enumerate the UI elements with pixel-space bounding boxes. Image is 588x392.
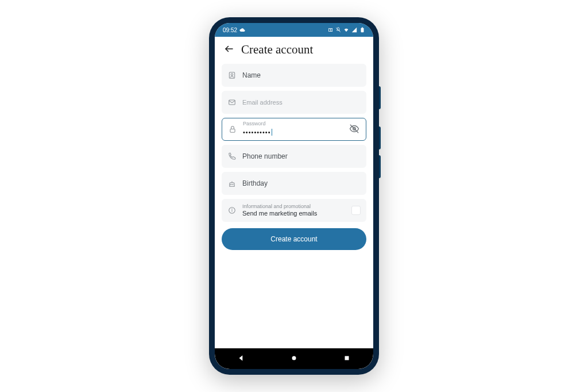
svg-point-5 [231, 74, 233, 76]
status-time: 09:52 [223, 27, 237, 33]
svg-rect-2 [362, 27, 363, 28]
back-button[interactable] [223, 44, 235, 56]
signal-icon [351, 27, 357, 33]
marketing-small: Informational and promotional [242, 203, 317, 210]
password-label: Password [243, 121, 266, 126]
person-icon [227, 71, 237, 80]
marketing-consent-row[interactable]: Informational and promotional Send me ma… [222, 199, 366, 222]
name-field[interactable]: Name [222, 64, 366, 87]
mail-icon [227, 98, 237, 107]
toggle-password-visibility-button[interactable] [349, 124, 360, 135]
battery-icon [359, 27, 365, 33]
android-navbar [215, 348, 373, 369]
phone-placeholder: Phone number [242, 152, 288, 160]
svg-rect-7 [230, 129, 235, 132]
nav-recent-button[interactable] [342, 353, 352, 364]
triangle-back-icon [237, 354, 245, 364]
svg-point-13 [292, 356, 296, 360]
eye-off-icon [349, 124, 359, 136]
back-arrow-icon [224, 44, 234, 56]
nav-back-button[interactable] [236, 353, 246, 364]
cloud-icon [239, 27, 245, 33]
screen: 09:52 ⚿ [215, 23, 373, 369]
svg-rect-14 [345, 356, 349, 360]
phone-mockup: 09:52 ⚿ [209, 17, 379, 375]
mute-icon [335, 27, 341, 33]
status-left: 09:52 [223, 27, 245, 33]
marketing-checkbox[interactable] [351, 206, 361, 215]
phone-icon [227, 152, 237, 161]
svg-line-0 [336, 28, 341, 32]
svg-rect-1 [361, 28, 364, 33]
wifi-icon [343, 27, 349, 33]
lock-icon [228, 125, 237, 134]
status-right: ⚿ [328, 27, 365, 33]
circle-home-icon [290, 354, 298, 364]
app-header: Create account [215, 37, 373, 62]
status-bar: 09:52 ⚿ [215, 23, 373, 37]
birthday-field[interactable]: Birthday [222, 172, 366, 195]
marketing-label: Send me marketing emails [242, 210, 317, 217]
password-field[interactable]: Password •••••••••• [222, 118, 366, 141]
create-account-button[interactable]: Create account [222, 228, 366, 250]
svg-point-12 [232, 209, 233, 209]
square-recent-icon [343, 354, 351, 364]
password-value: •••••••••• [243, 129, 272, 136]
signup-form: Name Email address Password •••••••••• [215, 62, 373, 250]
cake-icon [227, 179, 237, 188]
birthday-placeholder: Birthday [242, 179, 268, 187]
marketing-text: Informational and promotional Send me ma… [242, 203, 317, 217]
page-title: Create account [241, 43, 313, 57]
vpn-icon: ⚿ [328, 28, 333, 33]
phone-field[interactable]: Phone number [222, 145, 366, 168]
name-placeholder: Name [242, 71, 261, 79]
info-icon [227, 206, 237, 215]
email-placeholder: Email address [242, 99, 283, 106]
email-field[interactable]: Email address [222, 91, 366, 114]
text-cursor [272, 129, 272, 136]
nav-home-button[interactable] [289, 353, 299, 364]
